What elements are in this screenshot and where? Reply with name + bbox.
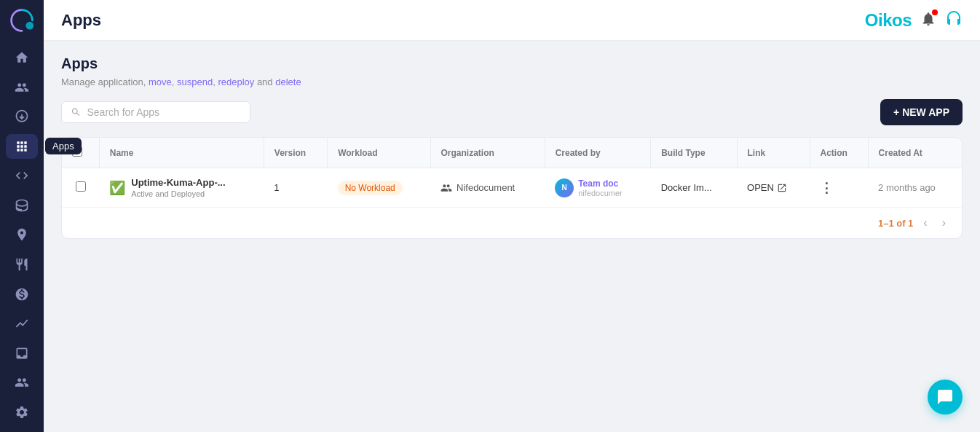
col-name: Name <box>99 138 264 168</box>
col-workload: Workload <box>328 138 430 168</box>
new-app-button[interactable]: + NEW APP <box>880 99 963 125</box>
row-org-cell: Nifedocument <box>430 168 545 208</box>
suspend-link[interactable]: suspend <box>177 76 213 87</box>
time-ago: 2 months ago <box>878 182 936 193</box>
main-area: Apps Oikos Apps Manage application, move… <box>44 0 980 432</box>
pagination-info: 1–1 of 1 <box>878 218 913 229</box>
table-header-row: Name Version Workload Organization Creat… <box>62 138 962 168</box>
header-right: Oikos <box>865 10 963 31</box>
col-created-by: Created by <box>545 138 650 168</box>
search-box[interactable] <box>61 101 250 123</box>
col-organization: Organization <box>430 138 545 168</box>
sidebar-item-code[interactable] <box>6 163 38 189</box>
col-build-type: Build Type <box>651 138 737 168</box>
headset-icon[interactable] <box>945 10 963 31</box>
sidebar-item-git[interactable] <box>6 104 38 130</box>
row-version-cell: 1 <box>264 168 327 208</box>
apps-table: Name Version Workload Organization Creat… <box>62 138 962 207</box>
app-name[interactable]: Uptime-Kuma-App-... <box>131 177 225 188</box>
chat-bubble[interactable] <box>928 380 963 415</box>
app-name-info: Uptime-Kuma-App-... Active and Deployed <box>131 177 225 198</box>
delete-link[interactable]: delete <box>275 76 301 87</box>
creator-info: Team doc nifedocumer <box>578 178 623 197</box>
pagination: 1–1 of 1 ‹ › <box>62 207 962 238</box>
open-link-text[interactable]: OPEN <box>747 182 774 193</box>
sidebar: Apps <box>0 0 44 432</box>
pagination-next[interactable]: › <box>938 215 950 231</box>
app-status-text: Active and Deployed <box>131 189 225 198</box>
pagination-prev[interactable]: ‹ <box>919 215 931 231</box>
sidebar-item-inbox[interactable] <box>6 340 38 366</box>
col-action: Action <box>810 138 868 168</box>
svg-point-0 <box>25 22 33 30</box>
creator-name: Team doc <box>578 178 623 189</box>
col-created-at: Created At <box>868 138 962 168</box>
header: Apps Oikos <box>44 0 980 41</box>
redeploy-link[interactable]: redeploy <box>218 76 254 87</box>
sidebar-item-apps[interactable]: Apps <box>6 134 38 160</box>
sidebar-item-team[interactable] <box>6 370 38 396</box>
sidebar-item-chart[interactable] <box>6 252 38 278</box>
row-build-type-cell: Docker Im... <box>651 168 737 208</box>
col-version: Version <box>264 138 327 168</box>
sidebar-item-analytics[interactable] <box>6 311 38 337</box>
row-workload-cell: No Workload <box>328 168 430 208</box>
app-status-icon: ✅ <box>109 180 125 196</box>
sidebar-item-location[interactable] <box>6 222 38 248</box>
sidebar-item-settings[interactable] <box>6 399 38 425</box>
row-created-at-cell: 2 months ago <box>868 168 962 208</box>
apps-table-container: Name Version Workload Organization Creat… <box>61 137 963 239</box>
toolbar: + NEW APP <box>61 99 963 125</box>
row-action-cell: ⋮ <box>810 168 868 208</box>
brand-name: Oikos <box>865 10 912 31</box>
org-icon <box>440 182 452 194</box>
workload-badge: No Workload <box>338 181 403 195</box>
sidebar-item-billing[interactable] <box>6 281 38 307</box>
sidebar-item-database[interactable] <box>6 193 38 219</box>
col-link: Link <box>737 138 810 168</box>
sidebar-item-home[interactable] <box>6 45 38 71</box>
org-name: Nifedocument <box>457 182 515 193</box>
row-checkbox[interactable] <box>76 181 86 192</box>
logo[interactable] <box>7 7 36 34</box>
sidebar-item-users[interactable] <box>6 75 38 101</box>
notification-dot <box>932 9 938 15</box>
select-all-checkbox[interactable] <box>72 146 82 157</box>
search-icon <box>71 106 81 118</box>
row-link-cell: OPEN <box>737 168 810 208</box>
page-subtitle: Manage application, move, suspend, redep… <box>61 76 963 87</box>
creator-avatar: N <box>555 178 574 197</box>
creator-sub: nifedocumer <box>578 189 623 197</box>
content-area: Apps Manage application, move, suspend, … <box>44 41 980 432</box>
actions-menu-button[interactable]: ⋮ <box>820 180 858 196</box>
page-title: Apps <box>61 11 101 30</box>
row-checkbox-cell <box>62 168 99 208</box>
apps-heading: Apps <box>61 55 963 72</box>
table-row: ✅ Uptime-Kuma-App-... Active and Deploye… <box>62 168 962 208</box>
move-link[interactable]: move <box>149 76 172 87</box>
search-input[interactable] <box>87 106 241 118</box>
open-external-icon <box>777 183 787 193</box>
col-checkbox <box>62 138 99 168</box>
row-name-cell: ✅ Uptime-Kuma-App-... Active and Deploye… <box>99 168 264 208</box>
notification-icon[interactable] <box>920 11 936 30</box>
row-created-by-cell: N Team doc nifedocumer <box>545 168 650 208</box>
